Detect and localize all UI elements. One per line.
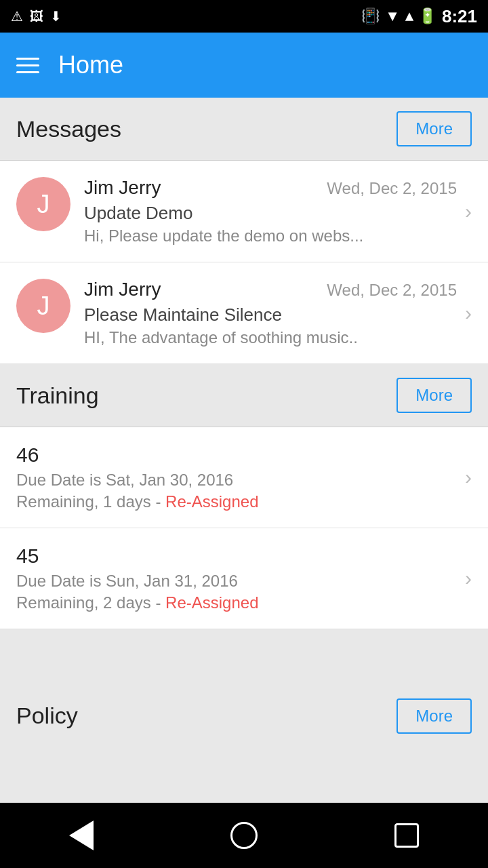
home-button[interactable] [228,819,260,852]
training-item[interactable]: 45 Due Date is Sun, Jan 31, 2016 Remaini… [0,528,488,629]
image-icon: 🖼 [30,9,43,24]
back-icon [69,821,94,850]
training-status: Re-Assigned [165,492,258,511]
message-header: Jim Jerry Wed, Dec 2, 2015 [84,279,457,300]
training-section-title: Training [16,382,99,409]
battery-alert-icon: ⚠ [11,8,23,24]
recents-icon [394,823,419,848]
chevron-right-icon: › [465,567,472,590]
message-content: Jim Jerry Wed, Dec 2, 2015 Update Demo H… [84,177,457,245]
training-content: 45 Due Date is Sun, Jan 31, 2016 Remaini… [16,545,457,612]
training-due-date: Due Date is Sat, Jan 30, 2016 [16,471,457,490]
message-date: Wed, Dec 2, 2015 [327,281,457,300]
training-number: 45 [16,545,457,568]
message-preview: Hi, Please update the demo on webs... [84,226,457,245]
training-more-button[interactable]: More [396,378,472,413]
avatar: J [16,279,70,333]
back-button[interactable] [65,819,98,852]
policy-section-header: Policy More [0,629,488,803]
messages-more-button[interactable]: More [396,111,472,146]
message-item[interactable]: J Jim Jerry Wed, Dec 2, 2015 Update Demo… [0,161,488,262]
status-bar-icons: ⚠ 🖼 ⬇ [11,8,62,24]
training-number: 46 [16,443,457,467]
vibrate-icon: 📳 [361,7,380,25]
avatar: J [16,177,70,231]
messages-section-header: Messages More [0,98,488,161]
message-item[interactable]: J Jim Jerry Wed, Dec 2, 2015 Please Main… [0,262,488,364]
wifi-icon: ▼ [385,7,400,25]
training-status: Re-Assigned [165,593,258,612]
message-content: Jim Jerry Wed, Dec 2, 2015 Please Mainta… [84,279,457,347]
training-section-header: Training More [0,364,488,427]
status-bar-right: 📳 ▼ ▴ 🔋 8:21 [361,6,477,27]
training-content: 46 Due Date is Sat, Jan 30, 2016 Remaini… [16,443,457,511]
message-sender: Jim Jerry [84,177,161,199]
status-bar: ⚠ 🖼 ⬇ 📳 ▼ ▴ 🔋 8:21 [0,0,488,33]
message-subject: Update Demo [84,203,457,224]
bottom-navigation [0,803,488,868]
message-header: Jim Jerry Wed, Dec 2, 2015 [84,177,457,199]
training-due-date: Due Date is Sun, Jan 31, 2016 [16,572,457,591]
download-icon: ⬇ [50,8,62,24]
policy-section-title: Policy [16,703,78,729]
chevron-right-icon: › [465,466,472,489]
app-title: Home [58,51,123,79]
time-display: 8:21 [442,6,477,27]
app-bar: Home [0,33,488,98]
policy-more-button[interactable]: More [396,698,472,734]
message-preview: HI, The advantage of soothing music.. [84,328,457,347]
recents-button[interactable] [390,819,423,852]
home-icon [230,822,258,849]
battery-icon: 🔋 [418,7,436,25]
menu-button[interactable] [16,58,39,73]
messages-section-title: Messages [16,116,121,142]
chevron-right-icon: › [465,302,472,325]
message-sender: Jim Jerry [84,279,161,300]
training-remaining: Remaining, 1 days - Re-Assigned [16,492,457,511]
signal-icon: ▴ [405,7,413,25]
message-date: Wed, Dec 2, 2015 [327,179,457,198]
training-remaining: Remaining, 2 days - Re-Assigned [16,593,457,612]
training-item[interactable]: 46 Due Date is Sat, Jan 30, 2016 Remaini… [0,427,488,528]
chevron-right-icon: › [465,200,472,223]
message-subject: Please Maintaine Silence [84,304,457,326]
